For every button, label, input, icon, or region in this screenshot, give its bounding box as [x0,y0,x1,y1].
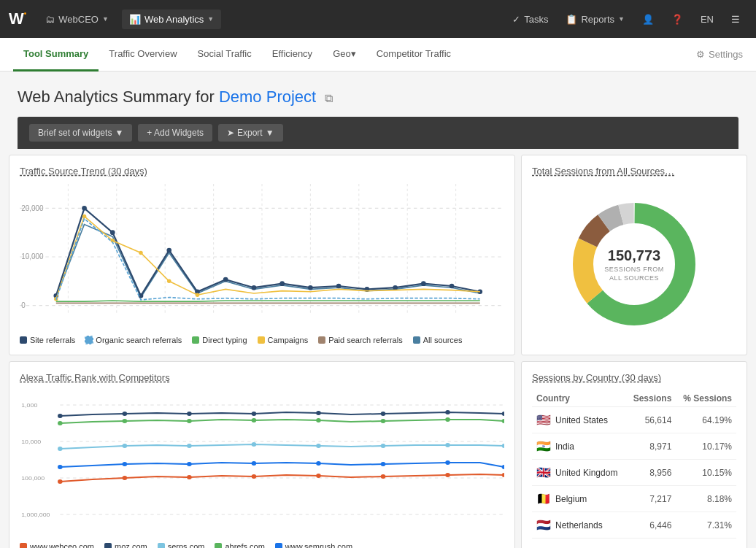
donut-label1: SESSIONS FROM [604,266,664,273]
table-row: 🇳🇱 Netherlands 6,446 7.31% [532,512,736,539]
webanalytics-nav[interactable]: 📊 Web Analytics ▼ [122,9,221,29]
donut-text: 150,773 SESSIONS FROM ALL SOURCES [604,247,664,282]
col-sessions: Sessions [626,390,676,407]
expand-icon[interactable]: ⧉ [325,92,333,104]
legend-color-all [413,336,420,344]
webanalytics-arrow: ▼ [207,15,214,23]
country-cell: 🇬🇧 United Kingdom [532,460,626,486]
tasks-label: Tasks [524,14,548,25]
legend-serps: serps.com [158,542,205,548]
reports-label: Reports [581,14,614,25]
sessions-country-title[interactable]: Sessions by Country (30 days) [532,372,736,383]
svg-point-55 [381,474,386,479]
webceo-label: WebCEO [58,14,99,25]
svg-point-76 [187,419,192,423]
svg-point-88 [445,460,450,465]
webceo-nav[interactable]: 🗂 WebCEO ▼ [38,9,116,29]
svg-point-77 [252,418,257,422]
legend-all-sources: All sources [413,336,463,344]
reports-nav[interactable]: 📋 Reports ▼ [558,9,631,29]
svg-point-75 [123,419,128,423]
svg-point-53 [252,474,257,479]
alexa-title[interactable]: Alexa Traffic Rank with Competitors [20,372,504,383]
tab-social-traffic[interactable]: Social Traffic [188,38,262,72]
session-count: 56,614 [626,407,676,433]
settings-button[interactable]: ⚙ Settings [696,49,743,60]
donut-chart-container: 150,773 SESSIONS FROM ALL SOURCES [532,184,736,344]
menu-icon[interactable]: ☰ [724,9,747,29]
session-count: 8,956 [626,460,676,486]
tab-efficiency[interactable]: Efficiency [262,38,323,72]
legend-semrush: www.semrush.com [275,542,352,548]
svg-point-82 [58,465,63,469]
svg-point-83 [123,462,128,466]
session-pct: 10.17% [676,433,736,460]
logo-text: W [9,9,24,28]
donut-widget: Total Sessions from All Sources… [521,155,747,355]
export-button[interactable]: ➤ Export ▼ [218,124,283,142]
svg-point-64 [445,410,450,414]
donut-title[interactable]: Total Sessions from All Sources… [532,166,736,177]
session-pct: 10.15% [676,460,736,486]
help-icon[interactable]: ❓ [664,9,690,29]
webceo-arrow: ▼ [102,15,109,23]
country-flag: 🇮🇳 [536,439,551,453]
top-nav-right: ✓ Tasks 📋 Reports ▼ 👤 ❓ EN ☰ [505,9,747,29]
alexa-widget: Alexa Traffic Rank with Competitors 1,00… [9,361,515,548]
settings-icon: ⚙ [696,49,705,60]
tasks-nav[interactable]: ✓ Tasks [505,9,555,29]
svg-point-35 [167,279,171,284]
tab-competitor-traffic[interactable]: Competitor Traffic [366,38,461,72]
country-cell: 🇳🇱 Netherlands [532,512,626,539]
svg-point-63 [381,412,386,416]
session-pct: 7.31% [676,512,736,539]
legend-webceo: www.webceo.com [20,542,94,548]
svg-point-32 [82,215,87,219]
sessions-country-widget: Sessions by Country (30 days) Country Se… [521,361,747,548]
legend-organic: Organic search referrals [85,336,182,344]
svg-point-73 [502,444,504,448]
webceo-icon: 🗂 [45,14,55,25]
svg-point-85 [252,461,257,466]
user-icon[interactable]: 👤 [635,9,661,29]
logo[interactable]: W• [9,9,26,28]
traffic-trend-widget: Traffic Source Trend (30 days) [9,155,515,355]
table-row: 🇺🇸 United States 56,614 64.19% [532,407,736,433]
country-flag: 🇧🇪 [536,492,551,506]
table-row: 🇮🇳 India 8,971 10.17% [532,433,736,460]
svg-point-72 [445,443,450,447]
svg-point-84 [187,462,192,466]
svg-text:20,000: 20,000 [21,204,44,212]
svg-text:10,000: 10,000 [21,252,44,261]
session-count: 8,971 [626,433,676,460]
alexa-svg: 1,000 10,000 100,000 1,000,000 [20,390,504,536]
col-country: Country [532,390,626,407]
svg-point-62 [316,411,321,415]
legend-site-referrals: Site referrals [20,336,75,344]
main-content: Brief set of widgets ▼ + Add Widgets ➤ E… [0,117,756,548]
legend-ahrefs: ahrefs.com [215,542,264,548]
donut-label2: ALL SOURCES [604,274,664,282]
svg-point-16 [82,206,87,211]
legend-paid-search: Paid search referrals [318,336,403,344]
tab-traffic-overview[interactable]: Traffic Overview [99,38,187,72]
tab-geo[interactable]: Geo ▾ [323,38,366,72]
svg-text:1,000,000: 1,000,000 [21,511,50,517]
svg-point-21 [223,277,228,282]
language-selector[interactable]: EN [693,9,721,29]
widget-set-button[interactable]: Brief set of widgets ▼ [29,124,132,142]
traffic-trend-title[interactable]: Traffic Source Trend (30 days) [20,166,504,177]
country-name: United States [555,415,608,425]
svg-text:0: 0 [21,301,26,309]
legend-color-campaigns [258,336,265,344]
svg-point-54 [316,474,321,478]
tab-tool-summary[interactable]: Tool Summary [13,38,99,72]
svg-point-74 [58,421,63,425]
session-count: 7,217 [626,486,676,512]
add-widgets-button[interactable]: + Add Widgets [138,124,212,142]
project-name[interactable]: Demo Project [219,88,316,106]
svg-point-22 [252,285,257,290]
svg-point-59 [123,412,128,416]
export-icon: ➤ [227,128,234,138]
svg-point-17 [110,230,115,235]
